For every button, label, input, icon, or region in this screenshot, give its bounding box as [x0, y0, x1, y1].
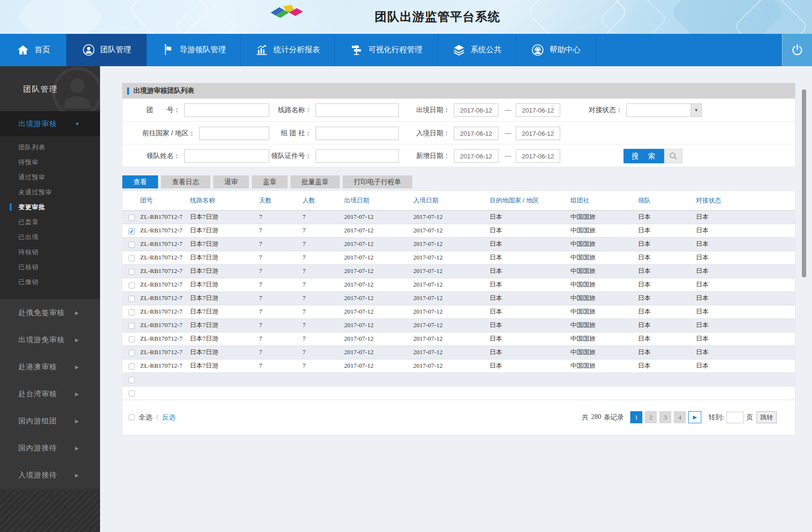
- row-checkbox[interactable]: [129, 215, 135, 221]
- sidebar-item-team-list[interactable]: 团队列表: [0, 140, 100, 155]
- checkbox-cell: [122, 237, 140, 251]
- group-no-input[interactable]: [184, 103, 269, 117]
- sidebar-group-outbound-review[interactable]: 出境游审核 ▼: [0, 111, 100, 136]
- sidebar-item-passed-preview[interactable]: 通过预审: [0, 170, 100, 185]
- depart-date-from-input[interactable]: [454, 103, 498, 117]
- row-checkbox[interactable]: [129, 363, 135, 370]
- dest-country-input[interactable]: [199, 127, 269, 140]
- status-select[interactable]: ▼: [626, 103, 702, 117]
- tab-print-itinerary[interactable]: 打印电子行程单: [343, 175, 412, 188]
- nav-item-help[interactable]: 帮助中心: [516, 34, 595, 66]
- entry-date-from-input[interactable]: [454, 127, 498, 140]
- sidebar-group-inbound-reception[interactable]: 入境游接待 ▶: [0, 461, 100, 489]
- checkbox-cell: [122, 318, 140, 332]
- jump-button[interactable]: 跳转: [756, 411, 777, 423]
- sidebar-group-domestic-reception[interactable]: 国内游接待 ▶: [0, 434, 100, 461]
- table-cell: 2017-07-12: [413, 210, 490, 224]
- sidebar-item-revoked[interactable]: 已撤销: [0, 274, 100, 289]
- row-checkbox[interactable]: [129, 296, 135, 302]
- nav-item-guide[interactable]: 导游领队管理: [146, 34, 240, 66]
- total-count: 280: [591, 413, 601, 422]
- sidebar-item-departed[interactable]: 已出境: [0, 230, 100, 244]
- page-button-4[interactable]: 4: [674, 411, 686, 423]
- depart-date-to-input[interactable]: [516, 103, 560, 117]
- table-cell: 2017-07-12: [344, 278, 413, 291]
- row-checkbox[interactable]: [129, 242, 135, 248]
- sidebar-item-change-approval[interactable]: 变更审批: [0, 200, 100, 215]
- sidebar-item-pending-preview[interactable]: 待预审: [0, 155, 100, 170]
- added-date-from-input[interactable]: [454, 149, 498, 163]
- search-magnifier-button[interactable]: [664, 149, 682, 163]
- next-page-button[interactable]: ▶: [688, 411, 701, 423]
- tab-view-log[interactable]: 查看日志: [161, 175, 210, 188]
- invert-select-link[interactable]: 反选: [162, 413, 175, 422]
- row-checkbox[interactable]: ✓: [129, 228, 135, 234]
- page-button-2[interactable]: 2: [645, 411, 657, 423]
- table-cell: [259, 373, 303, 386]
- layers-icon: [452, 43, 465, 57]
- headset-icon: [531, 43, 544, 57]
- row-checkbox[interactable]: [129, 282, 135, 288]
- tab-reject[interactable]: 退审: [213, 175, 249, 188]
- tab-view[interactable]: 查看: [122, 175, 158, 188]
- table-cell: 日本: [490, 291, 570, 305]
- table-cell: 7: [303, 291, 344, 305]
- table-cell: 2017-07-12: [344, 251, 413, 264]
- table-cell: 7: [303, 305, 344, 318]
- row-checkbox[interactable]: [129, 390, 135, 397]
- row-checkbox[interactable]: [129, 323, 135, 329]
- dest-country-label: 前往国家 / 地区：: [126, 122, 195, 144]
- nav-item-stats[interactable]: 统计分析报表: [240, 34, 334, 66]
- search-panel: 出境游审核团队列表 团 号： 线路名称： 出境日期： — 对接状态： ▼ 前往国…: [122, 83, 795, 167]
- row-checkbox[interactable]: [129, 255, 135, 261]
- agency-input[interactable]: [316, 127, 399, 140]
- page-button-1[interactable]: 1: [630, 411, 642, 423]
- leader-name-input[interactable]: [184, 149, 269, 163]
- table-cell: 中国国旅: [570, 237, 638, 251]
- sidebar-item-pending-writeoff[interactable]: 待核销: [0, 244, 100, 259]
- table-cell: 7: [259, 278, 303, 291]
- row-checkbox[interactable]: [129, 350, 135, 356]
- sidebar-group-taiwan[interactable]: 赴台湾审核 ▶: [0, 380, 100, 407]
- page-button-3[interactable]: 3: [659, 411, 671, 423]
- sidebar-item-stamped[interactable]: 已盖章: [0, 215, 100, 230]
- entry-date-to-input[interactable]: [516, 127, 560, 140]
- nav-item-visual[interactable]: 可视化行程管理: [334, 34, 437, 66]
- sidebar-group-hk-macau[interactable]: 赴港澳审核 ▶: [0, 353, 100, 380]
- route-name-input[interactable]: [316, 103, 399, 117]
- search-button[interactable]: 搜 索: [624, 149, 664, 163]
- row-checkbox[interactable]: [129, 336, 135, 343]
- select-all-checkbox[interactable]: [129, 414, 135, 420]
- row-checkbox[interactable]: [129, 377, 135, 383]
- tab-batch-stamp[interactable]: 批量盖章: [290, 175, 340, 188]
- table-cell: 日本: [490, 210, 570, 224]
- table-row: ZL-RB170712-7日本7日游772017-07-122017-07-12…: [122, 318, 795, 332]
- nav-item-home[interactable]: 首页: [0, 34, 66, 66]
- nav-item-system[interactable]: 系统公共: [437, 34, 516, 66]
- nav-item-team[interactable]: 团队管理: [66, 34, 146, 66]
- table-row: ✓ZL-RB170712-7日本7日游772017-07-122017-07-1…: [122, 224, 795, 237]
- top-banner: 团队出游监管平台系统: [0, 0, 812, 34]
- leader-id-input[interactable]: [316, 149, 399, 163]
- added-date-to-input[interactable]: [516, 149, 560, 163]
- logout-button[interactable]: [782, 34, 812, 66]
- tab-stamp[interactable]: 盖章: [252, 175, 288, 188]
- sidebar-item-written-off[interactable]: 已核销: [0, 259, 100, 274]
- row-checkbox[interactable]: [129, 309, 135, 316]
- sidebar-group-label: 赴港澳审核: [18, 362, 57, 372]
- table-cell: [696, 386, 795, 400]
- checkbox-cell: [122, 332, 140, 345]
- table-cell: 日本: [638, 224, 696, 237]
- accent-bar: [127, 87, 129, 95]
- sidebar-group-domestic-organize[interactable]: 国内游组团 ▶: [0, 407, 100, 434]
- table-cell: 7: [303, 332, 344, 345]
- goto-page-input[interactable]: [726, 412, 744, 423]
- sidebar-group-russia-visa[interactable]: 赴俄免签审核 ▶: [0, 299, 100, 326]
- row-checkbox[interactable]: [129, 269, 135, 275]
- table-body: ZL-RB170712-7日本7日游772017-07-122017-07-12…: [122, 210, 795, 400]
- nav-item-label: 团队管理: [101, 45, 131, 55]
- record-total: 共 280 条记录: [582, 413, 624, 422]
- sidebar-group-outbound-exempt[interactable]: 出境游免审核 ▶: [0, 326, 100, 353]
- scrollbar[interactable]: [802, 89, 806, 277]
- sidebar-item-failed-preview[interactable]: 未通过预审: [0, 185, 100, 200]
